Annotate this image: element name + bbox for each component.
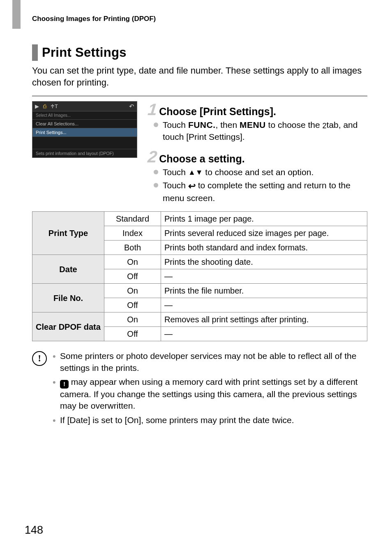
opt-cell: Standard [104, 212, 161, 226]
desc-cell: Prints the shooting date. [161, 255, 367, 269]
running-header: Choosing Images for Printing (DPOF) [32, 15, 367, 23]
opt-cell: Both [104, 241, 161, 255]
caution-item-2: ! may appear when using a memory card wi… [53, 376, 367, 412]
step-2-head: 2 Choose a setting. [148, 148, 367, 165]
func-label: FUNC. [188, 120, 216, 130]
caution-block: ! Some printers or photo developer servi… [32, 350, 367, 428]
desc-cell: Removes all print settings after printin… [161, 312, 367, 327]
tools-tab-icon: ♰T [51, 103, 58, 109]
section-heading: Print Settings [32, 44, 367, 61]
step-1-number: 1 [147, 101, 157, 118]
screenshot-row-selected: Print Settings... [32, 128, 137, 137]
desc-cell: — [161, 327, 367, 341]
up-down-triangle-icon: ▲▼ [188, 167, 203, 177]
desc-cell: Prints both standard and index formats. [161, 241, 367, 255]
opt-cell: Off [104, 298, 161, 312]
inline-warning-icon: ! [60, 380, 69, 389]
row-label-file-no: File No. [32, 284, 104, 312]
row-label-clear-dpof: Clear DPOF data [32, 312, 104, 341]
opt-cell: Off [104, 327, 161, 341]
caution-icon: ! [32, 351, 47, 366]
table-row: File No. On Prints the file number. [32, 284, 367, 298]
step-1-bullets: Touch FUNC., then MENU to choose the 2 t… [148, 119, 367, 143]
desc-cell: Prints the file number. [161, 284, 367, 298]
screenshot-row-dim: Select All Images... [32, 111, 137, 120]
step-2-bullet-2: Touch ↩ to complete the setting and retu… [163, 180, 367, 204]
menu-label: MENU [240, 120, 266, 130]
section-title: Print Settings [42, 44, 127, 61]
step-1-title: Choose [Print Settings]. [159, 106, 276, 118]
camera-screenshot: ▶ ⎙ ♰T ↶ Select All Images... Clear All … [32, 101, 137, 158]
screenshot-footer: Sets print information and layout (DPOF) [32, 149, 137, 157]
intro-paragraph: You can set the print type, date and fil… [32, 65, 367, 88]
step-1-head: 1 Choose [Print Settings]. [148, 101, 367, 118]
play-tab-icon: ▶ [35, 103, 39, 109]
caution-item-1: Some printers or photo developer service… [53, 350, 367, 374]
settings-table: Print Type Standard Prints 1 image per p… [32, 211, 367, 341]
caution-item-3: If [Date] is set to [On], some printers … [53, 414, 367, 426]
page-number: 148 [25, 524, 43, 537]
return-icon: ↩ [188, 180, 196, 192]
opt-cell: On [104, 284, 161, 298]
steps-area: ▶ ⎙ ♰T ↶ Select All Images... Clear All … [32, 101, 367, 206]
section-accent-bar [32, 44, 38, 61]
row-label-date: Date [32, 255, 104, 284]
desc-cell: — [161, 298, 367, 312]
opt-cell: Off [104, 269, 161, 284]
screenshot-row-clear: Clear All Selections... [32, 120, 137, 128]
step-2-bullets: Touch ▲▼ to choose and set an option. To… [148, 167, 367, 204]
step-2-title: Choose a setting. [159, 153, 244, 165]
back-icon: ↶ [129, 103, 134, 110]
caution-list: Some printers or photo developer service… [53, 350, 367, 428]
side-tab [12, 0, 21, 29]
opt-cell: On [104, 255, 161, 269]
desc-cell: Prints 1 image per page. [161, 212, 367, 226]
table-row: Print Type Standard Prints 1 image per p… [32, 212, 367, 226]
table-row: Date On Prints the shooting date. [32, 255, 367, 269]
desc-cell: — [161, 269, 367, 284]
opt-cell: On [104, 312, 161, 327]
print-tab-glyph: 2 [323, 121, 327, 131]
divider [32, 96, 367, 96]
desc-cell: Prints several reduced size images per p… [161, 226, 367, 241]
screenshot-tabs: ▶ ⎙ ♰T ↶ [32, 102, 137, 111]
opt-cell: Index [104, 226, 161, 241]
print-tab-icon: ⎙ [43, 103, 46, 109]
row-label-print-type: Print Type [32, 212, 104, 255]
step-2-bullet-1: Touch ▲▼ to choose and set an option. [163, 167, 367, 178]
step-2-number: 2 [147, 148, 157, 165]
step-1-bullet-1: Touch FUNC., then MENU to choose the 2 t… [163, 119, 367, 143]
step-text-column: 1 Choose [Print Settings]. Touch FUNC., … [148, 101, 367, 206]
table-row: Clear DPOF data On Removes all print set… [32, 312, 367, 327]
